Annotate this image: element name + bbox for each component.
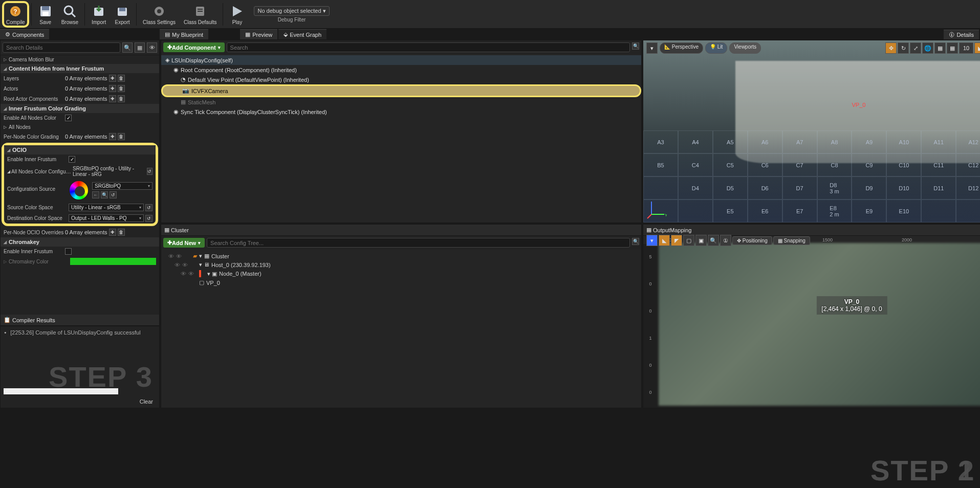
component-item[interactable]: ◉Root Component (RootComponent) (Inherit… [161, 65, 641, 75]
viewport-options-button[interactable]: ▾ [646, 42, 658, 54]
om-zoom-1[interactable]: ① [720, 235, 731, 246]
search-icon[interactable]: 🔍 [632, 238, 639, 245]
om-viewport-preview[interactable] [659, 243, 980, 406]
lit-button[interactable]: 💡 Lit [705, 42, 727, 54]
ocio-section-highlight: OCIO Enable Inner Frustum ◢All Nodes Col… [2, 143, 158, 226]
om-tool-2[interactable]: ◤ [671, 235, 682, 246]
icg-header[interactable]: Inner Frustum Color Grading [1, 104, 159, 113]
component-icvfx-camera[interactable]: 📷ICVFXCamera [161, 84, 641, 97]
clear-button[interactable]: Clear [136, 396, 157, 407]
angle-snap-button[interactable]: ◣ [974, 42, 980, 54]
add-new-button[interactable]: ✚ Add New [163, 238, 205, 248]
grid-snap-button[interactable]: ▦ [947, 42, 958, 54]
trash-icon[interactable]: 🗑 [118, 95, 125, 102]
cluster-vp[interactable]: ▢ VP_0 [163, 278, 639, 287]
coord-space-button[interactable]: 🌐 [922, 42, 933, 54]
cluster-node[interactable]: 👁👁▾ ▣ Node_0 (Master) [163, 269, 639, 278]
svg-line-7 [72, 13, 75, 17]
compiler-results-tab[interactable]: 📋 Compiler Results [1, 315, 159, 326]
add-icon[interactable]: ✚ [109, 95, 116, 102]
dest-colorspace-dropdown[interactable]: Output - LED Walls - PQ [69, 214, 144, 222]
step-3-label: STEP 3 [49, 360, 153, 393]
config-source-dropdown[interactable]: SRGBtoPQ [92, 182, 153, 190]
om-vp-caption: VP_0 [2,464 x 1,046] @ 0, 0 [816, 296, 887, 315]
add-icon[interactable]: ✚ [109, 75, 116, 82]
svg-point-12 [157, 9, 161, 13]
preview-viewport[interactable]: ▾ 📐 Perspective 💡 Lit Viewports ✥ ↻ ⤢ 🌐 … [643, 40, 980, 223]
event-graph-tab[interactable]: ⬙Event Graph [278, 29, 326, 39]
add-icon[interactable]: ✚ [109, 85, 116, 92]
cluster-search[interactable] [207, 238, 630, 248]
add-icon[interactable]: ✚ [109, 229, 116, 236]
add-component-button[interactable]: ✚ Add Component [163, 42, 225, 52]
trash-icon[interactable]: 🗑 [118, 85, 125, 92]
om-tool-1[interactable]: ◣ [659, 235, 670, 246]
component-item[interactable]: ▦StaticMesh [161, 97, 641, 107]
search-icon[interactable]: 🔍 [632, 42, 639, 50]
details-tab[interactable]: 🛈Details [944, 30, 979, 39]
sync-icon: ◉ [173, 108, 179, 115]
search-icon[interactable]: 🔍 [122, 42, 133, 53]
viewports-button[interactable]: Viewports [729, 42, 761, 54]
details-search[interactable] [3, 42, 120, 53]
preview-tab[interactable]: ▦Preview [240, 29, 277, 39]
snapping-button[interactable]: ▦ Snapping [773, 236, 810, 245]
om-tool-4[interactable]: ▣ [695, 235, 707, 246]
grid-snap-value[interactable]: 10 [959, 42, 973, 54]
trash-icon[interactable]: 🗑 [118, 229, 125, 236]
om-tool-3[interactable]: ▢ [683, 235, 694, 246]
my-blueprint-tab[interactable]: ▤My Blueprint [160, 29, 208, 39]
import-button[interactable]: Import [87, 1, 111, 28]
cluster-host[interactable]: 👁👁▾ 🖥 Host_0 (230.39.92.193) [163, 260, 639, 269]
components-search[interactable] [227, 42, 630, 52]
details-matrix-icon[interactable]: ▦ [135, 42, 145, 53]
positioning-button[interactable]: ✥ Positioning [732, 236, 772, 245]
scale-gizmo-button[interactable]: ⤢ [910, 42, 921, 54]
play-button[interactable]: Play [225, 1, 249, 28]
debug-object-select[interactable]: No debug object selected ▾ [254, 6, 329, 16]
add-icon[interactable]: ✚ [109, 133, 116, 140]
class-settings-button[interactable]: Class Settings [139, 1, 180, 28]
output-mapping-tab[interactable]: ▦ OutputMapping [643, 225, 980, 236]
cluster-root[interactable]: 👁👁▰▾ ▦ Cluster [163, 252, 639, 260]
arrow-back-icon[interactable]: ← [92, 191, 99, 198]
content-hidden-header[interactable]: Content Hidden from Inner Frustum [1, 64, 159, 73]
reset-icon[interactable]: ↺ [145, 215, 153, 222]
rotate-gizmo-button[interactable]: ↻ [898, 42, 909, 54]
details-eye-icon[interactable]: 👁 [147, 42, 157, 53]
enable-all-nodes-checkbox[interactable] [65, 115, 72, 121]
reset-icon[interactable]: ↺ [145, 204, 153, 211]
reset-icon[interactable]: ↺ [147, 168, 153, 175]
preview-icon: ▦ [245, 31, 250, 38]
translate-gizmo-button[interactable]: ✥ [885, 42, 897, 54]
component-item[interactable]: ◔Default View Point (DefaultViewPoint) (… [161, 75, 641, 84]
chromakey-color-swatch[interactable] [70, 258, 156, 265]
surface-snap-button[interactable]: ▦ [934, 42, 946, 54]
defaults-icon [192, 4, 208, 19]
components-tab[interactable]: ⚙Components [0, 29, 49, 39]
ocio-header[interactable]: OCIO [4, 145, 156, 154]
details-panel: 🔍 ▦ 👁 ▷Camera Motion Blur Content Hidden… [0, 40, 160, 408]
export-button[interactable]: Export [111, 1, 134, 28]
compile-label: Compile [6, 19, 25, 25]
class-defaults-button[interactable]: Class Defaults [180, 1, 221, 28]
cluster-tab[interactable]: ▦ Cluster [161, 225, 641, 236]
save-button[interactable]: Save [34, 1, 57, 28]
reset-icon[interactable]: ↺ [110, 191, 117, 198]
chroma-enable-checkbox[interactable] [65, 248, 72, 255]
perspective-button[interactable]: 📐 Perspective [660, 42, 703, 54]
browse-icon[interactable]: 🔍 [101, 191, 108, 198]
trash-icon[interactable]: 🗑 [118, 133, 125, 140]
browse-button[interactable]: Browse [57, 1, 82, 28]
trash-icon[interactable]: 🗑 [118, 75, 125, 82]
blueprint-icon: ▤ [165, 31, 170, 38]
compile-button[interactable]: ? Compile [2, 1, 29, 28]
enable-inner-frustum-checkbox[interactable] [69, 156, 75, 163]
magnifier-icon [62, 4, 77, 19]
component-item[interactable]: ◉Sync Tick Component (DisplayClusterSync… [161, 107, 641, 117]
component-root[interactable]: ◈LSUnDisplayConfig(self) [161, 55, 641, 65]
source-colorspace-dropdown[interactable]: Utility - Linear - sRGB [69, 204, 144, 211]
om-options-button[interactable]: ▾ [646, 235, 658, 246]
chromakey-header[interactable]: Chromakey [1, 237, 159, 247]
om-zoom-fit[interactable]: 🔍 [708, 235, 719, 246]
